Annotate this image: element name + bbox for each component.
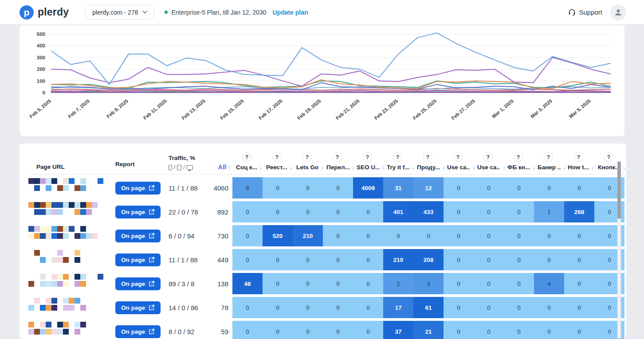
page-url-pixelated[interactable] bbox=[28, 321, 115, 339]
column-header-campaign[interactable]: ?Lets Go↓ bbox=[293, 152, 323, 171]
sort-descending-icon[interactable]: ↓ bbox=[259, 164, 263, 171]
page-url-pixelated[interactable] bbox=[28, 225, 115, 246]
heatmap-cell[interactable]: 48 bbox=[232, 273, 263, 294]
heatmap-cell[interactable]: 0 bbox=[232, 201, 263, 222]
heatmap-cell[interactable]: 0 bbox=[564, 297, 594, 318]
heatmap-cell[interactable]: 0 bbox=[263, 321, 293, 339]
heatmap-cell[interactable]: 0 bbox=[444, 201, 474, 222]
heatmap-cell[interactable]: 0 bbox=[534, 225, 564, 246]
help-icon[interactable]: ? bbox=[604, 152, 613, 162]
support-button[interactable]: Support bbox=[568, 8, 602, 16]
heatmap-cell[interactable]: 0 bbox=[293, 297, 323, 318]
column-header-campaign[interactable]: ?Перел...↓ bbox=[323, 152, 353, 171]
heatmap-cell[interactable]: 0 bbox=[353, 225, 383, 246]
heatmap-cell[interactable]: 0 bbox=[232, 249, 263, 270]
heatmap-cell[interactable]: 0 bbox=[323, 225, 353, 246]
on-page-button[interactable]: On page bbox=[115, 277, 161, 290]
heatmap-cell[interactable]: 0 bbox=[293, 249, 323, 270]
heatmap-cell[interactable]: 2 bbox=[383, 273, 413, 294]
on-page-button[interactable]: On page bbox=[115, 253, 161, 266]
heatmap-cell[interactable]: 0 bbox=[534, 177, 564, 199]
heatmap-cell[interactable]: 433 bbox=[413, 201, 444, 222]
heatmap-cell[interactable]: 0 bbox=[323, 201, 353, 222]
heatmap-cell[interactable]: 0 bbox=[263, 297, 293, 318]
help-icon[interactable]: ? bbox=[453, 152, 463, 162]
help-icon[interactable]: ? bbox=[333, 152, 342, 162]
heatmap-cell[interactable]: 0 bbox=[564, 249, 594, 270]
heatmap-cell[interactable]: 0 bbox=[474, 297, 504, 318]
on-page-button[interactable]: On page bbox=[115, 301, 161, 314]
heatmap-cell[interactable]: 0 bbox=[444, 297, 474, 318]
heatmap-cell[interactable]: 0 bbox=[323, 297, 353, 318]
page-url-pixelated[interactable] bbox=[28, 297, 115, 318]
update-plan-link[interactable]: Update plan bbox=[272, 9, 308, 16]
heatmap-cell[interactable]: 0 bbox=[444, 249, 474, 270]
help-icon[interactable]: ? bbox=[514, 152, 523, 162]
heatmap-cell[interactable]: 0 bbox=[323, 273, 353, 294]
heatmap-cell[interactable]: 4 bbox=[534, 273, 564, 294]
heatmap-cell[interactable]: 0 bbox=[323, 249, 353, 270]
column-header-campaign[interactable]: ?Проду...↓ bbox=[413, 152, 444, 171]
heatmap-cell[interactable]: 0 bbox=[293, 273, 323, 294]
heatmap-cell[interactable]: 401 bbox=[383, 201, 413, 222]
help-icon[interactable]: ? bbox=[544, 152, 553, 162]
help-icon[interactable]: ? bbox=[574, 152, 583, 162]
heatmap-cell[interactable]: 0 bbox=[353, 249, 383, 270]
column-header-campaign[interactable]: ?Соц к...↓ bbox=[232, 152, 263, 171]
heatmap-cell[interactable]: 0 bbox=[564, 177, 594, 199]
heatmap-cell[interactable]: 0 bbox=[293, 177, 323, 199]
heatmap-cell[interactable]: 0 bbox=[534, 321, 564, 339]
heatmap-cell[interactable]: 0 bbox=[323, 177, 353, 199]
heatmap-cell[interactable]: 17 bbox=[383, 297, 413, 318]
on-page-button[interactable]: On page bbox=[115, 325, 161, 338]
heatmap-cell[interactable]: 208 bbox=[413, 249, 444, 270]
heatmap-cell[interactable]: 0 bbox=[232, 321, 263, 339]
heatmap-cell[interactable]: 0 bbox=[413, 225, 444, 246]
page-url-pixelated[interactable] bbox=[28, 273, 115, 294]
heatmap-cell[interactable]: 0 bbox=[504, 297, 534, 318]
column-header-campaign[interactable]: ?Банер ...↓ bbox=[534, 152, 564, 171]
heatmap-cell[interactable]: 31 bbox=[383, 177, 413, 199]
heatmap-cell[interactable]: 0 bbox=[444, 177, 474, 199]
heatmap-cell[interactable]: 0 bbox=[353, 273, 383, 294]
sort-descending-icon[interactable]: ↓ bbox=[623, 164, 626, 171]
on-page-button[interactable]: On page bbox=[115, 206, 161, 218]
heatmap-cell[interactable]: 0 bbox=[293, 321, 323, 339]
heatmap-cell[interactable]: 210 bbox=[293, 225, 323, 246]
heatmap-cell[interactable]: 3 bbox=[413, 273, 444, 294]
heatmap-cell[interactable]: 0 bbox=[353, 321, 383, 339]
heatmap-cell[interactable]: 0 bbox=[353, 297, 383, 318]
heatmap-cell[interactable]: 37 bbox=[383, 321, 413, 339]
traffic-line-chart[interactable]: 0100200300400500Feb 5, 2025Feb 7, 2025Fe… bbox=[27, 30, 617, 132]
heatmap-cell[interactable]: 0 bbox=[293, 201, 323, 222]
sort-descending-icon[interactable]: ↓ bbox=[290, 164, 293, 171]
light-blue-line[interactable] bbox=[51, 33, 610, 84]
user-avatar[interactable] bbox=[610, 4, 626, 20]
table-scrollbar-thumb[interactable] bbox=[617, 161, 621, 219]
column-header-traffic[interactable]: Traffic, % / / bbox=[169, 154, 208, 171]
help-icon[interactable]: ? bbox=[483, 152, 493, 162]
heatmap-cell[interactable]: 0 bbox=[444, 225, 474, 246]
heatmap-cell[interactable]: 210 bbox=[383, 249, 413, 270]
heatmap-cell[interactable]: 0 bbox=[232, 297, 263, 318]
on-page-button[interactable]: On page bbox=[115, 182, 161, 195]
heatmap-cell[interactable]: 8 bbox=[232, 177, 263, 199]
heatmap-cell[interactable]: 0 bbox=[474, 177, 504, 199]
heatmap-cell[interactable]: 0 bbox=[474, 273, 504, 294]
help-icon[interactable]: ? bbox=[393, 152, 402, 162]
heatmap-cell[interactable]: 0 bbox=[474, 225, 504, 246]
page-url-pixelated[interactable] bbox=[28, 249, 115, 270]
heatmap-cell[interactable]: 61 bbox=[413, 297, 444, 318]
column-header-campaign[interactable]: ?Реест...↓ bbox=[263, 152, 293, 171]
heatmap-cell[interactable]: 4009 bbox=[353, 177, 383, 199]
domain-selector-dropdown[interactable]: plerdy.com - 278 bbox=[85, 5, 155, 20]
heatmap-cell[interactable]: 0 bbox=[564, 321, 594, 339]
help-icon[interactable]: ? bbox=[272, 152, 282, 162]
column-header-campaign[interactable]: ?Use ca...↓ bbox=[444, 152, 474, 171]
column-header-all[interactable]: All ↑ bbox=[208, 163, 232, 171]
heatmap-cell[interactable]: 0 bbox=[323, 321, 353, 339]
heatmap-cell[interactable]: 21 bbox=[413, 321, 444, 339]
heatmap-cell[interactable]: 520 bbox=[263, 225, 293, 246]
heatmap-cell[interactable]: 0 bbox=[474, 249, 504, 270]
column-header-campaign[interactable]: ?Use ca...↓ bbox=[474, 152, 504, 171]
